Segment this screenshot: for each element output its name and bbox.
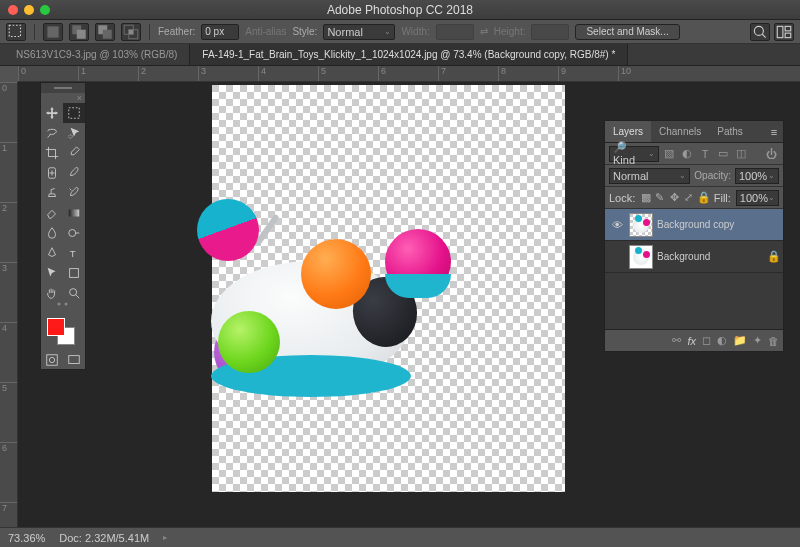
filter-smart-icon[interactable]: ◫ (733, 146, 749, 162)
workspace: 01234567 × (0, 82, 800, 527)
window-controls (8, 5, 50, 15)
layer-mask-icon[interactable]: ◻ (702, 334, 711, 347)
opacity-input[interactable]: 100%⌄ (735, 168, 779, 184)
filter-type-icon[interactable]: T (697, 146, 713, 162)
tab-channels[interactable]: Channels (651, 121, 709, 142)
lock-label: Lock: (609, 192, 635, 204)
clone-stamp-tool[interactable] (41, 183, 63, 203)
svg-rect-26 (47, 355, 58, 366)
hand-tool[interactable] (41, 283, 63, 303)
feather-input[interactable] (201, 24, 239, 40)
link-layers-icon[interactable]: ⚯ (672, 334, 681, 347)
svg-rect-1 (47, 26, 58, 37)
healing-brush-tool[interactable] (41, 163, 63, 183)
layer-filter-kind[interactable]: 🔎 Kind⌄ (609, 146, 659, 162)
lock-artboard-icon[interactable]: ⤢ (683, 191, 694, 205)
panel-menu-icon[interactable]: ≡ (765, 121, 783, 142)
dodge-tool[interactable] (63, 223, 85, 243)
eyedropper-tool[interactable] (63, 143, 85, 163)
canvas[interactable] (212, 85, 565, 492)
select-and-mask-button[interactable]: Select and Mask... (575, 24, 679, 40)
panel-grip-icon[interactable] (41, 83, 85, 93)
move-tool[interactable] (41, 103, 63, 123)
quick-select-tool[interactable] (63, 123, 85, 143)
swap-wh-icon: ⇄ (480, 26, 488, 37)
filter-shape-icon[interactable]: ▭ (715, 146, 731, 162)
tool-preset-picker[interactable] (6, 23, 26, 41)
lasso-tool[interactable] (41, 123, 63, 143)
lock-transparency-icon[interactable]: ▩ (640, 191, 651, 205)
path-select-tool[interactable] (41, 263, 63, 283)
selection-intersect-icon[interactable] (121, 23, 141, 41)
lock-pixels-icon[interactable]: ✎ (654, 191, 665, 205)
feather-label: Feather: (158, 26, 195, 37)
layer-row[interactable]: 👁 Background copy (605, 209, 783, 241)
filter-toggle-icon[interactable]: ⏻ (763, 146, 779, 162)
tab-paths[interactable]: Paths (709, 121, 751, 142)
fill-input[interactable]: 100%⌄ (736, 190, 779, 206)
status-bar: 73.36% Doc: 2.32M/5.41M ▸ (0, 527, 800, 547)
adjustment-layer-icon[interactable]: ◐ (717, 334, 727, 347)
group-icon[interactable]: 📁 (733, 334, 747, 347)
screen-mode-toggle[interactable] (63, 351, 85, 369)
history-brush-tool[interactable] (63, 183, 85, 203)
shape-tool[interactable] (63, 263, 85, 283)
marquee-tool[interactable] (63, 103, 85, 123)
layer-name[interactable]: Background (657, 251, 763, 262)
foreground-color[interactable] (47, 318, 65, 336)
tab-layers[interactable]: Layers (605, 121, 651, 142)
zoom-level[interactable]: 73.36% (8, 532, 45, 544)
svg-point-23 (58, 303, 61, 306)
canvas-image-content (211, 261, 411, 381)
selection-new-icon[interactable] (43, 23, 63, 41)
crop-tool[interactable] (41, 143, 63, 163)
lock-position-icon[interactable]: ✥ (669, 191, 680, 205)
workspace-switcher-icon[interactable] (774, 23, 794, 41)
svg-rect-5 (103, 29, 112, 38)
antialias-checkbox: Anti-alias (245, 26, 286, 37)
delete-layer-icon[interactable]: 🗑 (768, 335, 779, 347)
brush-tool[interactable] (63, 163, 85, 183)
svg-rect-0 (9, 25, 20, 36)
status-flyout-icon[interactable]: ▸ (163, 533, 167, 542)
search-icon[interactable] (750, 23, 770, 41)
blend-mode-dropdown[interactable]: Normal⌄ (609, 168, 690, 184)
layer-row[interactable]: Background 🔒 (605, 241, 783, 273)
layer-thumbnail[interactable] (629, 213, 653, 237)
doc-size[interactable]: Doc: 2.32M/5.41M (59, 532, 149, 544)
zoom-tool[interactable] (63, 283, 85, 303)
type-tool[interactable]: T (63, 243, 85, 263)
lock-all-icon[interactable]: 🔒 (697, 191, 711, 205)
new-layer-icon[interactable]: ✦ (753, 334, 762, 347)
minimize-window-icon[interactable] (24, 5, 34, 15)
title-bar: Adobe Photoshop CC 2018 (0, 0, 800, 20)
layer-name[interactable]: Background copy (657, 219, 779, 230)
svg-rect-28 (69, 356, 80, 364)
fill-label: Fill: (714, 192, 731, 204)
blur-tool[interactable] (41, 223, 63, 243)
app-title: Adobe Photoshop CC 2018 (327, 3, 473, 17)
height-label: Height: (494, 26, 526, 37)
document-tab-0[interactable]: NS613V1C9-3.jpg @ 103% (RGB/8) (4, 44, 190, 65)
gradient-tool[interactable] (63, 203, 85, 223)
visibility-toggle-icon[interactable]: 👁 (609, 219, 625, 231)
quickmask-toggle[interactable] (41, 351, 63, 369)
pen-tool[interactable] (41, 243, 63, 263)
document-tab-1[interactable]: FA-149-1_Fat_Brain_Toys_Klickity_1_1024x… (190, 44, 628, 65)
filter-pixel-icon[interactable]: ▧ (661, 146, 677, 162)
svg-text:T: T (70, 248, 76, 259)
style-dropdown[interactable]: Normal⌄ (323, 24, 395, 40)
color-swatches[interactable] (45, 317, 81, 347)
svg-point-21 (70, 289, 77, 296)
filter-adjust-icon[interactable]: ◐ (679, 146, 695, 162)
eraser-tool[interactable] (41, 203, 63, 223)
svg-point-15 (69, 135, 73, 139)
document-tabs: NS613V1C9-3.jpg @ 103% (RGB/8) FA-149-1_… (0, 44, 800, 66)
selection-subtract-icon[interactable] (95, 23, 115, 41)
layer-style-icon[interactable]: fx (687, 335, 696, 347)
maximize-window-icon[interactable] (40, 5, 50, 15)
selection-add-icon[interactable] (69, 23, 89, 41)
close-window-icon[interactable] (8, 5, 18, 15)
svg-rect-8 (129, 29, 134, 34)
layer-thumbnail[interactable] (629, 245, 653, 269)
